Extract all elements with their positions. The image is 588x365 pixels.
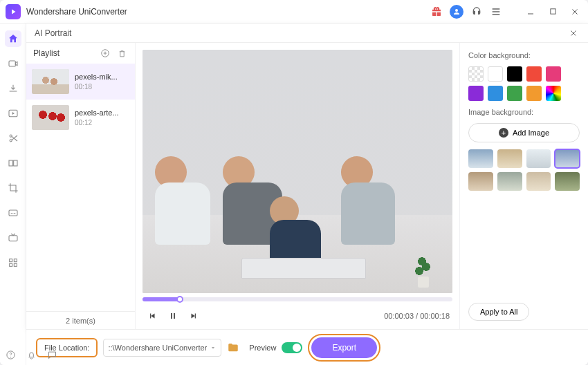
export-bar: File Location: ::\Wondershare UniConvert… — [26, 329, 588, 365]
color-swatches — [468, 66, 580, 101]
svg-rect-5 — [9, 160, 12, 166]
bg-thumb[interactable] — [468, 149, 493, 168]
transport-bar: 00:00:03 / 00:00:18 — [143, 306, 452, 326]
playlist-item[interactable]: pexels-arte... 00:12 — [26, 100, 135, 135]
bg-thumb[interactable] — [555, 149, 580, 168]
preview-switch[interactable] — [282, 342, 302, 353]
pause-icon[interactable] — [166, 309, 180, 323]
panel-header: AI Portrait — [26, 24, 588, 43]
playlist-thumb — [32, 69, 69, 94]
bg-thumb[interactable] — [555, 172, 580, 191]
svg-rect-7 — [9, 210, 17, 216]
panel-title: AI Portrait — [35, 28, 71, 38]
playlist-item-name: pexels-mik... — [75, 73, 118, 81]
playlist-column: Playlist pexels-mik... 00:18 — [26, 43, 136, 329]
color-bg-label: Color background: — [468, 51, 580, 59]
avatar-icon[interactable] — [450, 5, 463, 19]
window-close[interactable] — [567, 4, 582, 19]
bell-icon[interactable] — [25, 348, 37, 361]
bg-thumb[interactable] — [497, 172, 522, 191]
bg-thumb[interactable] — [497, 149, 522, 168]
footer-icons — [4, 348, 58, 361]
svg-rect-8 — [9, 236, 17, 241]
bg-thumb[interactable] — [468, 172, 493, 191]
playlist-heading: Playlist — [33, 48, 95, 58]
timecode: 00:00:03 / 00:00:18 — [384, 312, 450, 320]
add-image-label: Add Image — [513, 129, 549, 137]
app-logo — [6, 4, 21, 19]
svg-point-15 — [10, 357, 10, 357]
export-button[interactable]: Export — [311, 337, 377, 358]
feedback-icon[interactable] — [46, 348, 58, 361]
svg-rect-9 — [9, 259, 12, 262]
playlist-count: 2 item(s) — [26, 311, 135, 329]
nav-tv-icon[interactable] — [5, 230, 21, 246]
export-highlight: Export — [308, 334, 380, 362]
timeline-row — [143, 293, 452, 306]
swatch-white[interactable] — [488, 66, 503, 82]
app-window: Wondershare UniConverter — [0, 0, 588, 365]
playlist-item-name: pexels-arte... — [75, 109, 119, 117]
swatch-black[interactable] — [507, 66, 522, 82]
nav-play-rect-icon[interactable] — [5, 105, 21, 122]
open-folder-icon[interactable] — [227, 341, 239, 354]
window-minimize[interactable] — [523, 4, 538, 19]
tools-column: Color background: Image background: — [459, 43, 588, 329]
next-frame-icon[interactable] — [187, 309, 201, 323]
swatch-purple[interactable] — [468, 86, 484, 101]
file-location-path: ::\Wondershare UniConverter — [108, 344, 207, 352]
playlist-item[interactable]: pexels-mik... 00:18 — [26, 64, 135, 100]
bg-thumb[interactable] — [526, 172, 551, 191]
panel-content: Playlist pexels-mik... 00:18 — [26, 43, 588, 329]
panel-close-icon[interactable] — [567, 27, 580, 39]
playlist-add-icon[interactable] — [99, 47, 111, 59]
menu-icon[interactable] — [490, 6, 502, 18]
app-title: Wondershare UniConverter — [26, 7, 430, 17]
nav-video-icon[interactable] — [5, 55, 21, 72]
playlist-thumb — [32, 105, 69, 130]
playlist-items: pexels-mik... 00:18 pexels-arte... 00:12 — [26, 64, 135, 311]
swatch-transparent[interactable] — [468, 66, 484, 82]
playlist-delete-icon[interactable] — [116, 47, 128, 59]
file-location-combo[interactable]: ::\Wondershare UniConverter — [103, 339, 221, 357]
timeline-knob[interactable] — [176, 296, 183, 303]
swatch-rainbow[interactable] — [546, 86, 561, 101]
swatch-pink[interactable] — [546, 66, 561, 82]
swatch-orange[interactable] — [526, 86, 542, 101]
bg-thumb[interactable] — [526, 149, 551, 168]
svg-rect-0 — [550, 9, 555, 14]
nav-apps-icon[interactable] — [5, 254, 21, 271]
headset-icon[interactable] — [470, 6, 483, 18]
nav-crop-icon[interactable] — [5, 180, 21, 196]
nav-subtitle-icon[interactable] — [5, 205, 21, 221]
playlist-item-duration: 00:12 — [75, 119, 119, 127]
chevron-down-icon — [210, 344, 217, 351]
gift-icon[interactable] — [430, 6, 443, 18]
add-image-button[interactable]: + Add Image — [468, 123, 580, 142]
swatch-green[interactable] — [507, 86, 522, 101]
titlebar: Wondershare UniConverter — [0, 0, 588, 24]
apply-to-all-button[interactable]: Apply to All — [468, 303, 529, 321]
app-body: AI Portrait Playlist pexels- — [0, 24, 588, 365]
svg-rect-1 — [9, 61, 15, 66]
bg-thumbnails — [468, 149, 580, 191]
svg-rect-11 — [9, 263, 12, 266]
preview-toggle-label: Preview — [249, 344, 276, 352]
svg-rect-10 — [14, 259, 17, 262]
nav-download-icon[interactable] — [5, 80, 21, 97]
nav-cut-icon[interactable] — [5, 130, 21, 147]
window-maximize[interactable] — [545, 4, 560, 19]
playlist-header: Playlist — [26, 43, 135, 64]
nav-merge-icon[interactable] — [5, 155, 21, 171]
swatch-red[interactable] — [526, 66, 542, 82]
preview-canvas[interactable] — [143, 50, 452, 293]
ai-portrait-panel: AI Portrait Playlist pexels- — [26, 24, 588, 329]
nav-home-icon[interactable] — [5, 30, 21, 47]
timeline-scrubber[interactable] — [143, 297, 452, 301]
title-controls — [430, 4, 582, 19]
preview-column: 00:00:03 / 00:00:18 — [136, 43, 459, 329]
help-icon[interactable] — [4, 348, 17, 361]
swatch-blue[interactable] — [488, 86, 503, 101]
prev-frame-icon[interactable] — [145, 309, 159, 323]
sidebar-left — [0, 24, 26, 365]
